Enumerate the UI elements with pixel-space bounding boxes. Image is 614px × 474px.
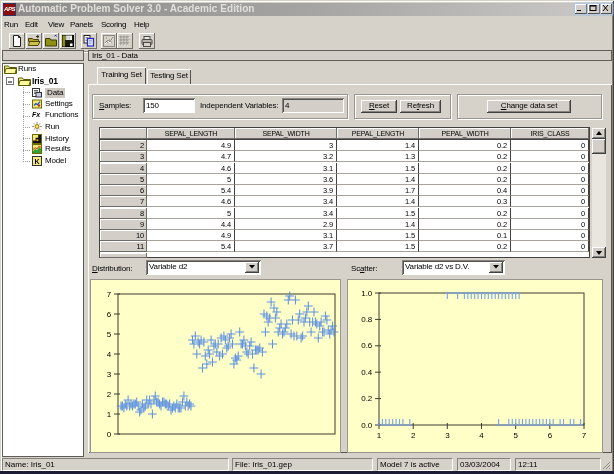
svg-text:4: 4	[107, 350, 112, 359]
svg-text:1: 1	[377, 431, 382, 440]
svg-text:6: 6	[107, 310, 112, 319]
svg-text:5: 5	[514, 431, 519, 440]
svg-text:4: 4	[479, 431, 484, 440]
svg-text:K: K	[35, 158, 40, 165]
svg-text:6: 6	[548, 431, 553, 440]
svg-text:7: 7	[107, 290, 112, 299]
svg-text:5: 5	[107, 330, 112, 339]
svg-text:0.4: 0.4	[361, 368, 372, 377]
svg-text:7: 7	[582, 431, 587, 440]
svg-text:2: 2	[107, 390, 112, 399]
svg-text:0: 0	[107, 430, 112, 439]
svg-text:0.6: 0.6	[361, 341, 372, 350]
svg-text:1: 1	[107, 410, 112, 419]
svg-text:2: 2	[411, 431, 416, 440]
svg-text:0.2: 0.2	[361, 394, 372, 403]
svg-text:1.0: 1.0	[361, 289, 372, 298]
svg-text:0.0: 0.0	[361, 421, 372, 430]
svg-text:3: 3	[107, 370, 112, 379]
svg-text:3: 3	[445, 431, 450, 440]
svg-text:0.8: 0.8	[361, 315, 372, 324]
